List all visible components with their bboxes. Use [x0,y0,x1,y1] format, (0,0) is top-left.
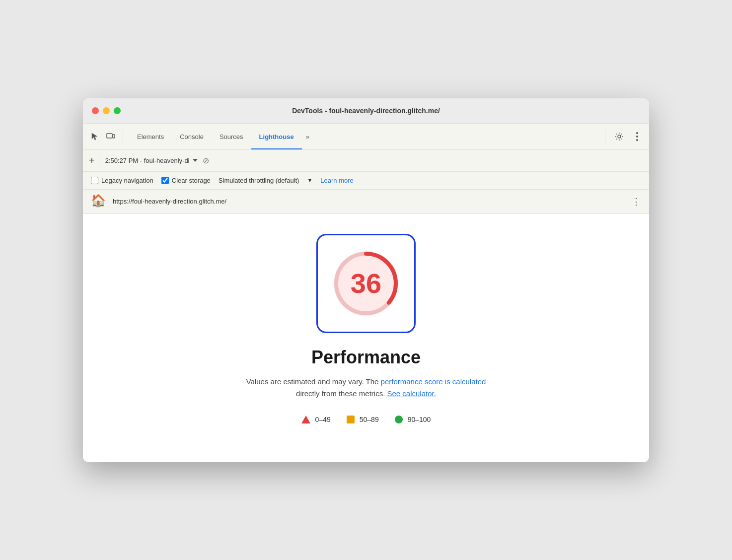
svg-point-3 [636,132,638,134]
timestamp-dropdown[interactable]: 2:50:27 PM - foul-heavenly-di [105,157,198,164]
good-score-icon [395,416,403,423]
throttling-label: Simulated throttling (default) [219,177,299,184]
close-button[interactable] [92,107,99,114]
legacy-navigation-checkbox[interactable] [91,177,98,184]
learn-more-link[interactable]: Learn more [320,177,353,184]
svg-point-5 [636,139,638,141]
svg-rect-0 [107,134,112,138]
timestamp-text: 2:50:27 PM - foul-heavenly-di [105,157,190,164]
block-icon[interactable]: ⊘ [203,156,209,165]
score-card: 36 [316,234,416,333]
clear-storage-label: Clear storage [172,177,211,184]
legend-item-average: 50–89 [347,416,379,423]
svg-point-2 [618,135,621,138]
description-prefix: Values are estimated and may vary. The [246,377,381,386]
legacy-navigation-label: Legacy navigation [101,177,153,184]
bad-score-icon [301,416,310,423]
add-button[interactable]: + [89,155,95,165]
calculator-link[interactable]: See calculator. [387,389,436,398]
settings-icon[interactable] [613,131,625,142]
main-toolbar: Elements Console Sources Lighthouse » [83,124,649,150]
legend-item-good: 90–100 [395,416,431,423]
tab-console[interactable]: Console [172,124,212,149]
clear-storage-checkbox[interactable] [161,177,169,184]
cursor-icon[interactable] [89,131,101,142]
performance-description: Values are estimated and may vary. The p… [246,376,486,400]
svg-point-4 [636,136,638,138]
average-score-range: 50–89 [360,416,379,423]
throttling-dropdown-arrow[interactable]: ▼ [307,177,312,183]
toolbar-divider-2 [605,130,605,143]
options-bar: Legacy navigation Clear storage Simulate… [83,172,649,190]
tab-sources[interactable]: Sources [212,124,251,149]
legacy-navigation-option[interactable]: Legacy navigation [91,177,153,184]
url-bar: 🏠 https://foul-heavenly-direction.glitch… [83,190,649,214]
url-text: https://foul-heavenly-direction.glitch.m… [113,198,626,205]
average-score-icon [347,416,355,423]
tb2-divider [100,154,100,166]
toolbar-right [603,130,643,143]
toolbar-divider-1 [123,130,123,143]
legend-item-bad: 0–49 [301,416,331,423]
bad-score-range: 0–49 [315,416,331,423]
clear-storage-option[interactable]: Clear storage [161,177,211,184]
tab-more[interactable]: » [302,124,313,149]
score-legend: 0–49 50–89 90–100 [301,416,431,423]
window-title: DevTools - foul-heavenly-direction.glitc… [292,107,440,115]
svg-rect-1 [113,135,115,138]
main-content: 36 Performance Values are estimated and … [83,214,649,462]
performance-title: Performance [311,347,421,368]
tab-bar: Elements Console Sources Lighthouse » [129,124,313,149]
score-number: 36 [351,267,381,299]
device-toggle-icon[interactable] [105,131,117,142]
more-options-icon[interactable] [631,131,643,142]
devtools-body: Elements Console Sources Lighthouse » [83,124,649,462]
title-bar: DevTools - foul-heavenly-direction.glitc… [83,98,649,124]
good-score-range: 90–100 [408,416,431,423]
traffic-lights [92,107,121,114]
minimize-button[interactable] [103,107,110,114]
tab-elements[interactable]: Elements [129,124,172,149]
tab-lighthouse[interactable]: Lighthouse [251,124,302,149]
lighthouse-logo-icon: 🏠 [91,194,107,210]
devtools-window: DevTools - foul-heavenly-direction.glitc… [83,98,649,462]
perf-score-link[interactable]: performance score is calculated [381,377,486,386]
url-more-icon[interactable]: ⋮ [632,196,641,207]
secondary-toolbar: + 2:50:27 PM - foul-heavenly-di ⊘ [83,150,649,172]
description-middle: directly from these metrics. [296,389,387,398]
maximize-button[interactable] [114,107,121,114]
